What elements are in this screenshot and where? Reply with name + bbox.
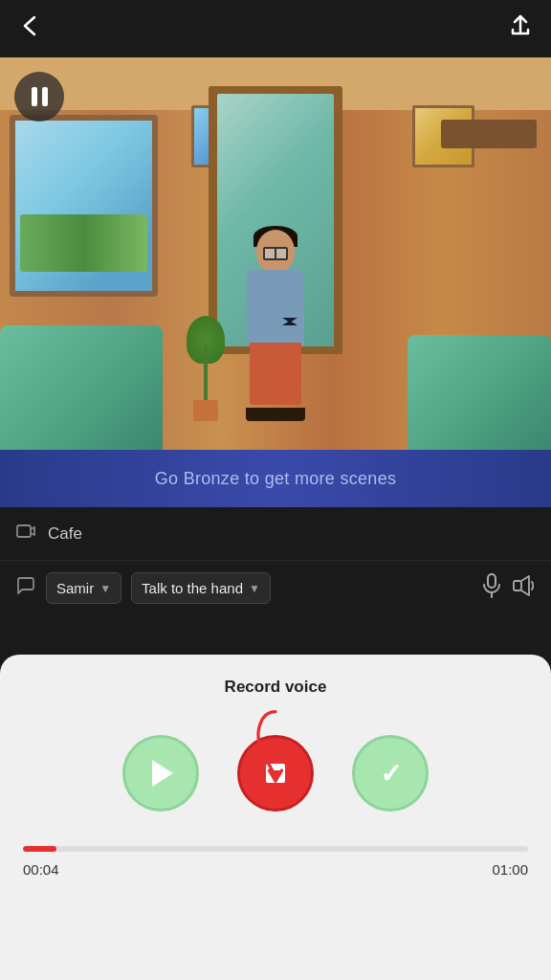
progress-bar-fill bbox=[23, 846, 56, 852]
progress-bar-background bbox=[23, 846, 528, 852]
svg-rect-0 bbox=[17, 525, 31, 537]
time-current: 00:04 bbox=[23, 861, 59, 878]
line-row-icon bbox=[15, 575, 36, 601]
scene-name: Cafe bbox=[48, 524, 82, 544]
play-icon bbox=[152, 760, 173, 787]
couch-right bbox=[408, 335, 551, 450]
scene-viewport bbox=[0, 57, 551, 450]
scene-row-icon bbox=[15, 521, 36, 546]
record-title: Record voice bbox=[19, 678, 532, 697]
svg-rect-3 bbox=[514, 581, 521, 590]
progress-times: 00:04 01:00 bbox=[23, 861, 528, 878]
time-total: 01:00 bbox=[492, 861, 528, 878]
wall-hooks bbox=[441, 120, 537, 148]
play-button[interactable] bbox=[122, 735, 199, 812]
character-dropdown-arrow: ▼ bbox=[99, 582, 111, 595]
plant bbox=[182, 316, 230, 421]
scene-window bbox=[10, 115, 158, 297]
line-row: Samir ▼ Talk to the hand ▼ bbox=[0, 561, 551, 615]
progress-container: 00:04 01:00 bbox=[19, 846, 532, 878]
svg-rect-1 bbox=[488, 574, 496, 588]
pause-button[interactable] bbox=[14, 72, 64, 122]
character-dropdown[interactable]: Samir ▼ bbox=[46, 572, 121, 604]
record-modal: Record voice ✓ 00:04 01:00 bbox=[0, 655, 551, 980]
share-button[interactable] bbox=[507, 12, 534, 45]
mic-button[interactable] bbox=[480, 573, 503, 604]
line-text: Talk to the hand bbox=[142, 580, 243, 596]
controls-area: Cafe Samir ▼ Talk to the hand ▼ bbox=[0, 507, 551, 615]
couch-left bbox=[0, 325, 163, 450]
character-samir bbox=[232, 230, 319, 421]
promo-banner[interactable]: Go Bronze to get more scenes bbox=[0, 450, 551, 507]
line-dropdown-arrow: ▼ bbox=[249, 582, 260, 595]
line-dropdown[interactable]: Talk to the hand ▼ bbox=[131, 572, 271, 604]
confirm-button[interactable]: ✓ bbox=[352, 735, 429, 812]
back-button[interactable] bbox=[17, 13, 42, 44]
character-name: Samir bbox=[56, 580, 94, 596]
top-bar bbox=[0, 0, 551, 57]
pause-icon bbox=[32, 87, 48, 106]
speaker-button[interactable] bbox=[513, 574, 536, 602]
check-icon: ✓ bbox=[380, 758, 402, 790]
promo-text: Go Bronze to get more scenes bbox=[155, 469, 397, 489]
scene-row: Cafe bbox=[0, 507, 551, 561]
